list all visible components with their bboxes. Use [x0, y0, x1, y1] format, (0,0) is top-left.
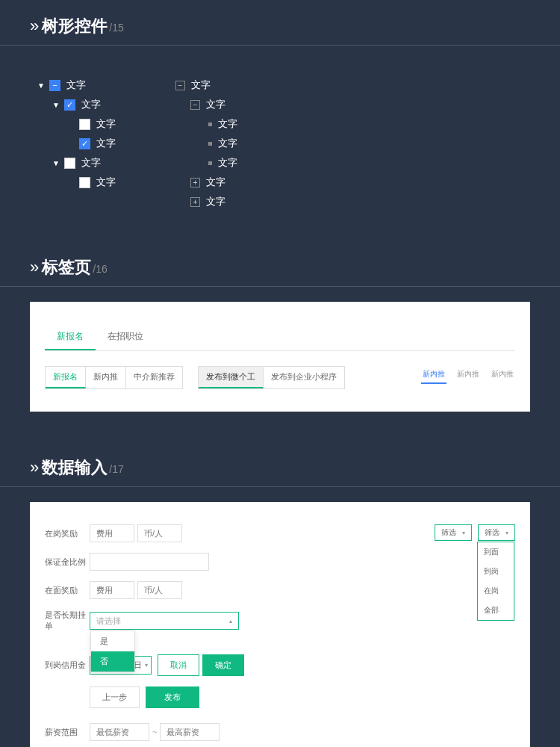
- form-row-longterm: 是否长期挂单 请选择 ▴ 是 否: [45, 610, 515, 632]
- caret-down-icon[interactable]: ▼: [52, 159, 60, 167]
- mini-tab[interactable]: 新内推: [421, 366, 447, 384]
- tree-node[interactable]: 文字: [205, 134, 237, 153]
- tree-node[interactable]: + 文字: [190, 173, 237, 192]
- tree-node[interactable]: ▼ − 文字: [37, 75, 116, 95]
- tab-variants-row: 新报名 新内推 中介新推荐 发布到微个工 发布到企业小程序 新内推 新内推 新内…: [45, 366, 515, 389]
- section-title: 标签页: [42, 256, 91, 279]
- mini-tab[interactable]: 新内推: [455, 366, 481, 384]
- expand-icon[interactable]: +: [190, 197, 200, 207]
- mini-tab[interactable]: 新内推: [490, 366, 515, 384]
- chevron-icon: »: [30, 258, 36, 277]
- section-header-tree: » 树形控件 /15: [0, 0, 560, 46]
- tab-new-signup[interactable]: 新报名: [45, 324, 96, 350]
- tabs-demo-panel: 新报名 在招职位 新报名 新内推 中介新推荐 发布到微个工 发布到企业小程序 新…: [30, 302, 530, 412]
- dropdown-option-yes[interactable]: 是: [91, 631, 134, 651]
- unit-input[interactable]: [137, 524, 182, 542]
- tree-label: 文字: [81, 98, 101, 111]
- filter-label: 筛选: [441, 527, 456, 538]
- checkbox-unchecked[interactable]: [79, 177, 90, 188]
- form-label: 在岗奖励: [45, 528, 90, 539]
- button-tabs-filled: 发布到微个工 发布到企业小程序: [198, 366, 345, 389]
- form-label: 薪资范围: [45, 727, 90, 738]
- checkbox-unchecked[interactable]: [64, 158, 75, 169]
- filter-option[interactable]: 在岗: [478, 581, 514, 601]
- expand-icon[interactable]: +: [190, 178, 200, 187]
- tree-label: 文字: [96, 117, 116, 131]
- tree-node[interactable]: ▼ ✓ 文字: [52, 95, 116, 114]
- collapse-icon[interactable]: −: [190, 100, 200, 110]
- select-placeholder: 请选择: [96, 616, 121, 627]
- tree-node[interactable]: 文字: [67, 173, 116, 192]
- form-row-actions: 上一步 发布: [45, 686, 515, 708]
- filter-select-closed[interactable]: 筛选 ▾: [435, 524, 472, 541]
- btn-tab[interactable]: 新内推: [86, 367, 126, 388]
- confirm-button[interactable]: 确定: [202, 654, 244, 676]
- chevron-down-icon: ▾: [505, 530, 508, 536]
- filter-option[interactable]: 到面: [478, 542, 514, 562]
- ratio-input[interactable]: [90, 553, 209, 571]
- section-number: /17: [109, 463, 123, 475]
- form-row-interview-reward: 在面奖励: [45, 581, 515, 599]
- caret-down-icon[interactable]: ▼: [52, 101, 60, 109]
- checkbox-unchecked[interactable]: [79, 119, 90, 130]
- btn-tab[interactable]: 新报名: [46, 367, 86, 388]
- tree-node[interactable]: + 文字: [190, 192, 237, 211]
- chevron-icon: »: [30, 16, 36, 36]
- dot-icon: [208, 161, 212, 165]
- cancel-button[interactable]: 取消: [158, 654, 199, 676]
- filter-option[interactable]: 到岗: [478, 562, 514, 581]
- tree-node[interactable]: ✓ 文字: [67, 134, 116, 153]
- btn-tab[interactable]: 发布到企业小程序: [264, 367, 344, 388]
- tree-node[interactable]: 文字: [67, 114, 116, 134]
- select-longterm[interactable]: 请选择 ▴ 是 否: [90, 612, 239, 630]
- tree-label: 文字: [206, 98, 225, 111]
- max-salary-input[interactable]: [160, 723, 220, 741]
- caret-down-icon[interactable]: ▼: [37, 81, 45, 90]
- form-row-salary: 薪资范围 ~: [45, 723, 515, 741]
- checkbox-checked[interactable]: ✓: [79, 138, 90, 149]
- dot-icon: [208, 142, 212, 146]
- filter-dropdown: 到面 到岗 在岗 全部: [477, 542, 514, 621]
- prev-button[interactable]: 上一步: [90, 686, 140, 708]
- min-salary-input[interactable]: [90, 723, 149, 741]
- tree-label: 文字: [191, 78, 211, 92]
- tree-label: 文字: [218, 156, 237, 170]
- tree-label: 文字: [96, 176, 116, 189]
- tree-label: 文字: [206, 176, 225, 189]
- tree-label: 文字: [218, 137, 237, 150]
- section-title: 树形控件: [42, 15, 108, 37]
- publish-button[interactable]: 发布: [146, 686, 199, 708]
- day-select[interactable]: 日▾: [134, 660, 148, 671]
- btn-tab[interactable]: 中介新推荐: [126, 367, 182, 388]
- mini-tabs: 新内推 新内推 新内推: [421, 366, 515, 384]
- tree-node[interactable]: − 文字: [190, 95, 237, 114]
- tree-node[interactable]: 文字: [205, 153, 237, 173]
- tree-checkbox-style: ▼ − 文字 ▼ ✓ 文字 文字 ✓ 文字 ▼ 文字 文字: [37, 75, 116, 211]
- filter-option[interactable]: 全部: [478, 601, 514, 620]
- tree-node[interactable]: − 文字: [175, 75, 237, 95]
- tree-container: ▼ − 文字 ▼ ✓ 文字 文字 ✓ 文字 ▼ 文字 文字: [0, 61, 560, 241]
- tab-open-positions[interactable]: 在招职位: [96, 324, 155, 350]
- tab-row-underline: 新报名 在招职位: [45, 324, 515, 351]
- fee-input[interactable]: [90, 524, 134, 542]
- filter-select-open[interactable]: 筛选 ▾ 到面 到岗 在岗 全部: [478, 524, 515, 541]
- form-label: 在面奖励: [45, 585, 90, 596]
- tree-node[interactable]: ▼ 文字: [52, 153, 116, 173]
- unit-input[interactable]: [137, 581, 182, 599]
- chevron-icon: »: [30, 458, 36, 477]
- tree-node[interactable]: 文字: [205, 114, 237, 134]
- section-title: 数据输入: [42, 456, 108, 479]
- section-number: /16: [93, 263, 107, 275]
- section-header-input: » 数据输入 /17: [0, 441, 560, 487]
- checkbox-checked[interactable]: ✓: [64, 99, 75, 111]
- tree-expand-style: − 文字 − 文字 文字 文字 文字 + 文字 + 文字: [175, 75, 237, 211]
- btn-tab[interactable]: 发布到微个工: [199, 367, 264, 388]
- form-label: 保证金比例: [45, 557, 90, 568]
- tree-label: 文字: [66, 78, 86, 92]
- collapse-icon[interactable]: −: [175, 81, 185, 90]
- checkbox-indeterminate[interactable]: −: [49, 80, 60, 91]
- range-separator: ~: [152, 728, 157, 737]
- dropdown-option-no[interactable]: 否: [91, 651, 134, 672]
- fee-input[interactable]: [90, 581, 134, 599]
- tree-label: 文字: [218, 117, 237, 131]
